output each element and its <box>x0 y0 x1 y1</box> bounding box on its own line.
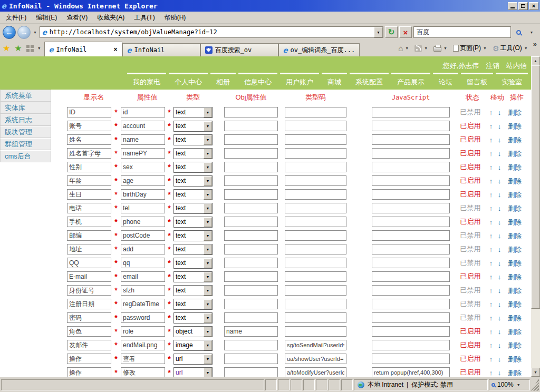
delete-link[interactable]: 删除 <box>508 328 522 336</box>
move-up-link[interactable]: ↑ <box>489 273 493 281</box>
type-select[interactable]: text ▼ <box>173 203 213 214</box>
move-up-link[interactable]: ↑ <box>489 341 493 349</box>
move-down-link[interactable]: ↓ <box>498 136 502 144</box>
javascript-input[interactable] <box>372 354 450 364</box>
close-button[interactable]: × <box>529 2 538 10</box>
attr-value-input[interactable] <box>121 217 165 227</box>
move-up-link[interactable]: ↑ <box>489 369 493 377</box>
type-select[interactable]: text ▼ <box>173 189 213 200</box>
obj-attr-input[interactable] <box>224 271 278 282</box>
move-up-link[interactable]: ↑ <box>489 328 493 336</box>
type-select[interactable]: text ▼ <box>173 162 213 173</box>
obj-attr-input[interactable] <box>224 148 278 159</box>
zoom-control[interactable]: 100% ▼ <box>489 379 530 390</box>
page-menu-button[interactable]: 页面(P)▼ <box>451 43 489 54</box>
display-name-input[interactable] <box>67 203 111 213</box>
search-input[interactable]: 百度 <box>413 26 511 38</box>
move-up-link[interactable]: ↑ <box>489 232 493 240</box>
display-name-input[interactable] <box>67 326 111 337</box>
javascript-input[interactable] <box>372 107 450 117</box>
scroll-up-icon[interactable]: ▲ <box>531 56 540 65</box>
move-down-link[interactable]: ↓ <box>498 328 502 336</box>
move-down-link[interactable]: ↓ <box>498 287 502 295</box>
move-down-link[interactable]: ↓ <box>498 109 502 116</box>
type-code-input[interactable] <box>285 230 346 241</box>
site-mail-link[interactable]: 站内信 <box>506 61 527 71</box>
display-name-input[interactable] <box>67 189 111 200</box>
move-down-link[interactable]: ↓ <box>498 232 502 240</box>
logout-link[interactable]: 注销 <box>486 61 499 71</box>
type-code-input[interactable] <box>285 148 346 159</box>
move-down-link[interactable]: ↓ <box>498 218 502 226</box>
favorites-button[interactable]: ★ <box>1 43 12 54</box>
type-code-input[interactable] <box>285 312 346 323</box>
attr-value-input[interactable] <box>121 354 165 364</box>
javascript-input[interactable] <box>372 230 450 241</box>
obj-attr-input[interactable] <box>224 107 278 117</box>
display-name-input[interactable] <box>67 162 111 172</box>
javascript-input[interactable] <box>372 189 450 200</box>
main-nav-item[interactable]: 信息中心 <box>238 73 277 90</box>
move-up-link[interactable]: ↑ <box>489 163 493 171</box>
menu-item[interactable]: 编辑(E) <box>31 12 62 24</box>
type-code-input[interactable] <box>285 175 346 186</box>
move-down-link[interactable]: ↓ <box>498 300 502 308</box>
tab[interactable]: eov_编辑词条_百度... <box>278 43 360 56</box>
type-select[interactable]: text ▼ <box>173 121 213 132</box>
move-up-link[interactable]: ↑ <box>489 355 493 363</box>
move-up-link[interactable]: ↑ <box>489 314 493 322</box>
resize-grip[interactable] <box>531 379 539 391</box>
obj-attr-input[interactable] <box>224 175 278 186</box>
type-select[interactable]: text ▼ <box>173 230 213 241</box>
move-down-link[interactable]: ↓ <box>498 204 502 212</box>
stop-button[interactable]: × <box>399 26 412 38</box>
main-nav-item[interactable]: 论坛 <box>433 73 458 90</box>
move-up-link[interactable]: ↑ <box>489 150 493 158</box>
type-code-input[interactable] <box>285 189 346 200</box>
type-select[interactable]: text ▼ <box>173 299 213 310</box>
main-nav-item[interactable]: 我的家电 <box>127 73 166 90</box>
type-code-input[interactable] <box>285 258 346 268</box>
delete-link[interactable]: 删除 <box>508 300 522 308</box>
type-code-input[interactable] <box>285 340 346 350</box>
javascript-input[interactable] <box>372 148 450 159</box>
delete-link[interactable]: 删除 <box>508 287 522 295</box>
attr-value-input[interactable] <box>121 312 165 323</box>
scroll-down-icon[interactable]: ▼ <box>531 368 540 377</box>
type-code-input[interactable] <box>285 217 346 227</box>
type-code-input[interactable] <box>285 121 346 131</box>
move-up-link[interactable]: ↑ <box>489 218 493 226</box>
move-up-link[interactable]: ↑ <box>489 300 493 308</box>
delete-link[interactable]: 删除 <box>508 191 522 199</box>
javascript-input[interactable] <box>372 271 450 282</box>
type-code-input[interactable] <box>285 271 346 282</box>
move-down-link[interactable]: ↓ <box>498 341 502 349</box>
type-select[interactable]: text ▼ <box>173 107 213 118</box>
tools-menu-button[interactable]: ⚙工具(O)▼ <box>491 43 531 54</box>
sidebar-item[interactable]: 群组管理 <box>0 138 51 150</box>
delete-link[interactable]: 删除 <box>508 218 522 226</box>
menu-item[interactable]: 收藏夹(A) <box>92 12 129 24</box>
move-down-link[interactable]: ↓ <box>498 246 502 253</box>
move-down-link[interactable]: ↓ <box>498 355 502 363</box>
display-name-input[interactable] <box>67 244 111 254</box>
delete-link[interactable]: 删除 <box>508 204 522 212</box>
home-button[interactable]: ⌂▼ <box>397 43 411 53</box>
main-nav-item[interactable]: 用户账户 <box>280 73 319 90</box>
tab-close-icon[interactable]: × <box>114 46 118 53</box>
attr-value-input[interactable] <box>121 285 165 296</box>
move-down-link[interactable]: ↓ <box>498 273 502 281</box>
move-down-link[interactable]: ↓ <box>498 163 502 171</box>
obj-attr-input[interactable] <box>224 367 278 377</box>
back-button[interactable]: ← <box>3 26 16 39</box>
javascript-input[interactable] <box>372 326 450 337</box>
type-code-input[interactable] <box>285 285 346 296</box>
attr-value-input[interactable] <box>121 189 165 200</box>
delete-link[interactable]: 删除 <box>508 341 522 349</box>
type-select[interactable]: text ▼ <box>173 148 213 159</box>
sidebar-item[interactable]: cms后台 <box>0 150 51 162</box>
obj-attr-input[interactable] <box>224 285 278 296</box>
display-name-input[interactable] <box>67 217 111 227</box>
attr-value-input[interactable] <box>121 340 165 350</box>
obj-attr-input[interactable] <box>224 312 278 323</box>
